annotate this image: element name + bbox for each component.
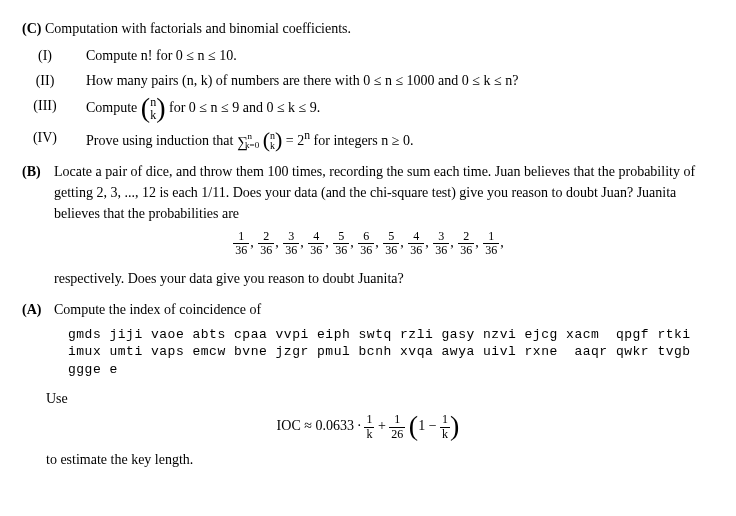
item-i: (I) Compute n! for 0 ≤ n ≤ 10. bbox=[22, 45, 714, 66]
fraction-row: 136, 236, 336, 436, 536, 636, 536, 436, … bbox=[22, 230, 714, 257]
prob-fraction: 236 bbox=[458, 230, 474, 257]
ciphertext-block: gmds jiji vaoe abts cpaa vvpi eiph swtq … bbox=[68, 326, 714, 379]
comma: , bbox=[325, 235, 332, 250]
section-a-label: (A) bbox=[22, 299, 54, 320]
prob-fraction: 336 bbox=[283, 230, 299, 257]
section-c-header: (C) Computation with factorials and bino… bbox=[22, 18, 714, 39]
item-iii-prefix: Compute bbox=[86, 100, 141, 115]
item-i-label: (I) bbox=[22, 45, 68, 66]
item-i-text: Compute n! for 0 ≤ n ≤ 10. bbox=[68, 45, 714, 66]
item-iv-prefix: Prove using induction that bbox=[86, 133, 237, 148]
frac-1-26: 126 bbox=[389, 413, 405, 440]
ioc-formula: IOC ≈ 0.0633 · 1k + 126 (1 − 1k) bbox=[22, 413, 714, 441]
frac-1k: 1k bbox=[364, 413, 374, 440]
item-iii-body: Compute (nk) for 0 ≤ n ≤ 9 and 0 ≤ k ≤ 9… bbox=[68, 95, 714, 123]
close-paren-icon: ) bbox=[450, 410, 459, 441]
open-paren-icon: ( bbox=[141, 92, 150, 123]
item-iv: (IV) Prove using induction that ∑nk=0 (n… bbox=[22, 127, 714, 153]
section-a-header: (A) Compute the index of coincidence of bbox=[22, 299, 714, 320]
comma: , bbox=[300, 235, 307, 250]
comma: , bbox=[250, 235, 257, 250]
comma: , bbox=[475, 235, 482, 250]
use-label: Use bbox=[46, 388, 714, 409]
comma: , bbox=[275, 235, 282, 250]
item-ii-label: (II) bbox=[22, 70, 68, 91]
close-paren-icon: ) bbox=[156, 92, 165, 123]
comma: , bbox=[450, 235, 457, 250]
comma: , bbox=[400, 235, 407, 250]
prob-fraction: 336 bbox=[433, 230, 449, 257]
prob-fraction: 436 bbox=[308, 230, 324, 257]
item-ii-text: How many pairs (n, k) of numbers are the… bbox=[68, 70, 714, 91]
one-minus: 1 − bbox=[418, 418, 440, 433]
plus: + bbox=[374, 418, 389, 433]
cipher-line-3: ggge e bbox=[68, 362, 118, 377]
item-iv-eq: = 2 bbox=[282, 133, 304, 148]
cipher-line-1: gmds jiji vaoe abts cpaa vvpi eiph swtq … bbox=[68, 327, 691, 342]
section-b-text2: respectively. Does your data give you re… bbox=[54, 268, 714, 289]
section-b-text1: Locate a pair of dice, and throw them 10… bbox=[54, 161, 714, 224]
prob-fraction: 636 bbox=[358, 230, 374, 257]
prob-fraction: 236 bbox=[258, 230, 274, 257]
prob-fraction: 536 bbox=[333, 230, 349, 257]
open-paren-icon: ( bbox=[263, 127, 270, 152]
section-c-label: (C) bbox=[22, 21, 41, 36]
item-iii-label: (III) bbox=[22, 95, 68, 116]
section-b: (B) Locate a pair of dice, and throw the… bbox=[22, 161, 714, 224]
section-a-title: Compute the index of coincidence of bbox=[54, 299, 714, 320]
item-iii-suffix: for 0 ≤ n ≤ 9 and 0 ≤ k ≤ 9. bbox=[166, 100, 321, 115]
item-iv-suffix: for integers n ≥ 0. bbox=[310, 133, 413, 148]
item-iv-body: Prove using induction that ∑nk=0 (nk) = … bbox=[68, 127, 714, 153]
prob-fraction: 436 bbox=[408, 230, 424, 257]
cipher-line-2: imux umti vaps emcw bvne jzgr pmul bcnh … bbox=[68, 344, 691, 359]
prob-fraction: 136 bbox=[483, 230, 499, 257]
prob-fraction: 136 bbox=[233, 230, 249, 257]
item-iv-label: (IV) bbox=[22, 127, 68, 148]
section-a-tail: to estimate the key length. bbox=[46, 449, 714, 470]
item-ii: (II) How many pairs (n, k) of numbers ar… bbox=[22, 70, 714, 91]
frac-1k-b: 1k bbox=[440, 413, 450, 440]
ioc-lhs: IOC ≈ 0.0633 · bbox=[277, 418, 365, 433]
comma: , bbox=[500, 235, 504, 250]
sum-low: k=0 bbox=[245, 140, 259, 150]
comma: , bbox=[375, 235, 382, 250]
section-c-title: Computation with factorials and binomial… bbox=[45, 21, 351, 36]
close-paren-icon: ) bbox=[275, 127, 282, 152]
item-iii: (III) Compute (nk) for 0 ≤ n ≤ 9 and 0 ≤… bbox=[22, 95, 714, 123]
prob-fraction: 536 bbox=[383, 230, 399, 257]
section-b-label: (B) bbox=[22, 161, 54, 182]
comma: , bbox=[350, 235, 357, 250]
comma: , bbox=[425, 235, 432, 250]
open-paren-icon: ( bbox=[409, 410, 418, 441]
